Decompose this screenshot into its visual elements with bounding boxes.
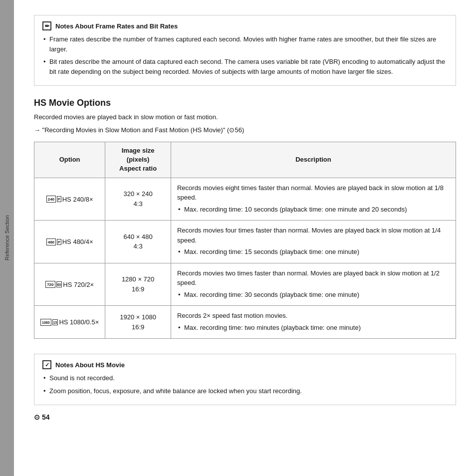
aspect-hs1080-val: 16:9 bbox=[132, 323, 144, 331]
check-icon: ✓ bbox=[42, 360, 51, 369]
desc-hs1080: Records 2× speed fast motion movies. Max… bbox=[171, 306, 456, 339]
desc-hs240-text: Records movies eight times faster than n… bbox=[177, 184, 444, 202]
desc-hs1080-bullet-1: Max. recording time: two minutes (playba… bbox=[177, 323, 450, 333]
hs720-icon: 720 60 HS 720/2× bbox=[45, 280, 94, 290]
hs480-label: HS 480/4× bbox=[62, 237, 93, 247]
page-footer: ⊙ 54 bbox=[34, 413, 456, 421]
hs240-icon: 240 P HS 240/8× bbox=[46, 195, 93, 205]
desc-hs480-bullet-1: Max. recording time: 15 seconds (playbac… bbox=[177, 247, 450, 257]
hs720-label: HS 720/2× bbox=[63, 280, 94, 290]
camera-icon: ⊙ bbox=[34, 413, 40, 421]
frame-rates-notes-title: Notes About Frame Rates and Bit Rates bbox=[55, 22, 178, 30]
hs240-label: HS 240/8× bbox=[62, 195, 93, 205]
size-hs1080: 1920 × 1080 16:9 bbox=[105, 306, 171, 339]
aspect-hs240-val: 4:3 bbox=[134, 200, 143, 208]
size-hs480: 640 × 480 4:3 bbox=[105, 221, 171, 263]
hs1080-label: HS 1080/0.5× bbox=[59, 317, 99, 327]
table-row: 480 P HS 480/4× 640 × 480 4:3 Records mo… bbox=[34, 221, 456, 263]
options-table: Option Image size (pixels)Aspect ratio D… bbox=[34, 142, 456, 339]
section-subtext: Recorded movies are played back in slow … bbox=[34, 112, 456, 122]
frame-rates-notes-header: ✏ Notes About Frame Rates and Bit Rates bbox=[42, 21, 448, 30]
hs-notes-header: ✓ Notes About HS Movie bbox=[42, 360, 448, 369]
hs1080-icon: 1080 15 HS 1080/0.5× bbox=[40, 317, 99, 327]
col-header-description: Description bbox=[171, 142, 456, 178]
frame-rates-notes-body: Frame rates describe the number of frame… bbox=[42, 34, 448, 76]
hs1080-badge1: 1080 bbox=[40, 319, 51, 326]
frame-rates-notes-list: Frame rates describe the number of frame… bbox=[42, 34, 448, 76]
option-hs480: 480 P HS 480/4× bbox=[34, 221, 105, 263]
option-hs1080: 1080 15 HS 1080/0.5× bbox=[34, 306, 105, 339]
hs-notes-box: ✓ Notes About HS Movie Sound is not reco… bbox=[34, 354, 456, 405]
frame-rates-notes-box: ✏ Notes About Frame Rates and Bit Rates … bbox=[34, 15, 456, 86]
desc-hs720: Records movies two times faster than nor… bbox=[171, 263, 456, 306]
hs480-badge2: P bbox=[57, 239, 61, 245]
hs-note-2: Zoom position, focus, exposure, and whit… bbox=[42, 386, 448, 396]
hs-note-1: Sound is not recorded. bbox=[42, 373, 448, 383]
aspect-hs480-val: 4:3 bbox=[134, 242, 143, 250]
desc-hs720-list: Max. recording time: 30 seconds (playbac… bbox=[177, 290, 450, 300]
hs720-badge1: 720 bbox=[45, 281, 55, 288]
desc-hs240-bullet-1: Max. recording time: 10 seconds (playbac… bbox=[177, 205, 450, 215]
table-row: 240 P HS 240/8× 320 × 240 4:3 Records mo… bbox=[34, 178, 456, 221]
desc-hs240-list: Max. recording time: 10 seconds (playbac… bbox=[177, 205, 450, 215]
desc-hs240: Records movies eight times faster than n… bbox=[171, 178, 456, 221]
desc-hs480-list: Max. recording time: 15 seconds (playbac… bbox=[177, 247, 450, 257]
size-hs720: 1280 × 720 16:9 bbox=[105, 263, 171, 306]
pencil-icon: ✏ bbox=[42, 21, 51, 30]
desc-hs720-bullet-1: Max. recording time: 30 seconds (playbac… bbox=[177, 290, 450, 300]
col-header-image-size: Image size (pixels)Aspect ratio bbox=[105, 142, 171, 178]
desc-hs480: Records movies four times faster than no… bbox=[171, 221, 456, 263]
table-row: 720 60 HS 720/2× 1280 × 720 16:9 Records… bbox=[34, 263, 456, 306]
page-number: 54 bbox=[42, 413, 50, 421]
aspect-hs720-val: 16:9 bbox=[132, 285, 144, 293]
col-header-option: Option bbox=[34, 142, 105, 178]
section-ref: → "Recording Movies in Slow Motion and F… bbox=[34, 125, 456, 135]
hs1080-badge2: 15 bbox=[52, 319, 58, 325]
desc-hs480-text: Records movies four times faster than no… bbox=[177, 227, 441, 244]
size-hs480-val: 640 × 480 bbox=[124, 233, 153, 240]
size-hs720-val: 1280 × 720 bbox=[122, 275, 154, 283]
frame-rates-note-1: Frame rates describe the number of frame… bbox=[42, 34, 448, 54]
size-hs1080-val: 1920 × 1080 bbox=[120, 313, 156, 321]
desc-hs720-text: Records movies two times faster than nor… bbox=[177, 269, 440, 287]
camera-ref-icon: ⊙ bbox=[229, 126, 235, 134]
side-tab: Reference Section bbox=[0, 0, 14, 476]
hs240-badge2: P bbox=[57, 196, 61, 202]
option-hs720: 720 60 HS 720/2× bbox=[34, 263, 105, 306]
frame-rates-note-2: Bit rates describe the amount of data ca… bbox=[42, 57, 448, 76]
option-hs240: 240 P HS 240/8× bbox=[34, 178, 105, 221]
desc-hs1080-text: Records 2× speed fast motion movies. bbox=[177, 312, 287, 319]
hs-notes-body: Sound is not recorded. Zoom position, fo… bbox=[42, 373, 448, 396]
hs720-badge2: 60 bbox=[56, 281, 62, 287]
main-content: ✏ Notes About Frame Rates and Bit Rates … bbox=[14, 0, 476, 476]
section-heading: HS Movie Options bbox=[34, 98, 456, 108]
hs-notes-title: Notes About HS Movie bbox=[55, 361, 125, 369]
hs-notes-list: Sound is not recorded. Zoom position, fo… bbox=[42, 373, 448, 396]
table-row: 1080 15 HS 1080/0.5× 1920 × 1080 16:9 Re… bbox=[34, 306, 456, 339]
size-hs240-val: 320 × 240 bbox=[124, 190, 153, 198]
hs480-badge1: 480 bbox=[46, 238, 56, 245]
size-hs240: 320 × 240 4:3 bbox=[105, 178, 171, 221]
hs480-icon: 480 P HS 480/4× bbox=[46, 237, 93, 247]
hs240-badge1: 240 bbox=[46, 196, 56, 203]
desc-hs1080-list: Max. recording time: two minutes (playba… bbox=[177, 323, 450, 333]
side-tab-label: Reference Section bbox=[4, 216, 10, 261]
